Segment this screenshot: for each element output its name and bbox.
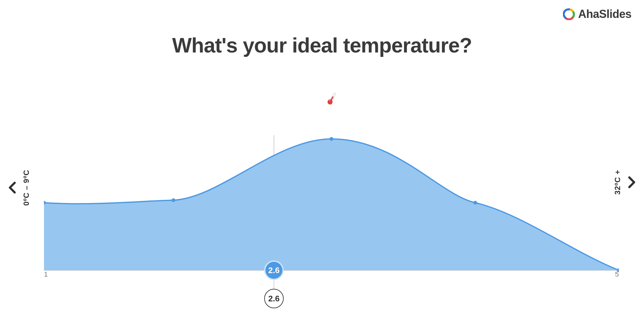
previous-slide-button[interactable] bbox=[6, 180, 20, 195]
slide-title: What's your ideal temperature? bbox=[0, 33, 644, 57]
svg-point-8 bbox=[473, 201, 477, 205]
axis-min-extreme-label: 0ºC – 9ºC bbox=[22, 170, 31, 206]
brand-name: AhaSlides bbox=[578, 8, 631, 21]
mean-value-badge: 2.6 bbox=[264, 261, 284, 280]
x-tick-max: 5 bbox=[615, 270, 619, 277]
svg-point-6 bbox=[172, 198, 175, 202]
ahaslides-logo-icon bbox=[563, 8, 575, 20]
mean-connector bbox=[274, 280, 274, 289]
mean-value-badge-secondary: 2.6 bbox=[264, 289, 284, 308]
area-fill bbox=[44, 139, 619, 270]
distribution-chart: 1 5 2.62.6 bbox=[44, 135, 619, 277]
thermometer-icon bbox=[325, 91, 338, 108]
mean-marker: 2.62.6 bbox=[264, 261, 284, 308]
next-slide-button[interactable] bbox=[624, 175, 638, 189]
brand-logo: AhaSlides bbox=[563, 8, 631, 21]
x-tick-min: 1 bbox=[44, 270, 48, 277]
svg-point-7 bbox=[330, 137, 333, 141]
